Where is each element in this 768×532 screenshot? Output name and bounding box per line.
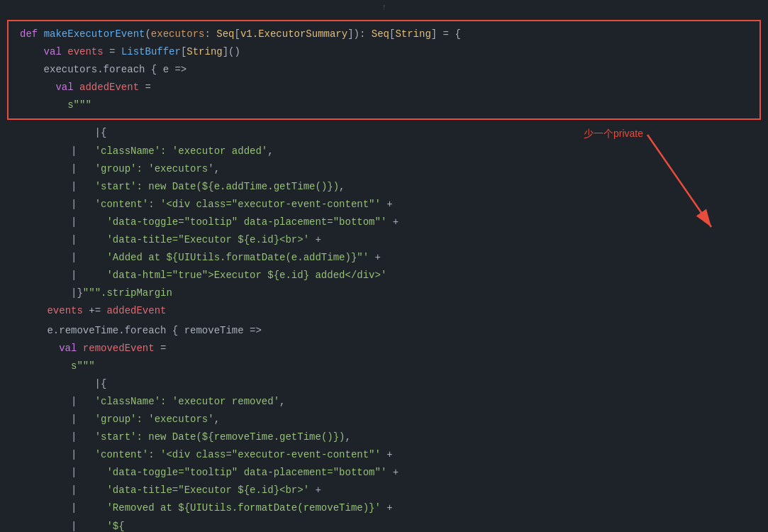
code-line: val addedEvent = — [9, 79, 759, 96]
code-line: | 'group': 'executors', — [0, 411, 768, 428]
red-arrow-icon — [640, 128, 725, 241]
svg-line-1 — [647, 135, 711, 227]
code-line: | '${ — [0, 518, 768, 532]
code-line: |{ — [0, 375, 768, 393]
code-line: | 'start': new Date(${removeTime.getTime… — [0, 428, 768, 446]
code-line: | 'Removed at ${UIUtils.formatDate(remov… — [0, 499, 768, 517]
code-line: | 'className': 'executor removed', — [0, 393, 768, 411]
code-line: | 'content': '<div class="executor-event… — [0, 446, 768, 464]
code-line: val events = ListBuffer[String]() — [9, 43, 759, 61]
code-line: | 'data-title="Executor ${e.id}<br>' + — [0, 482, 768, 499]
code-editor: ↑ def makeExecutorEvent(executors: Seq[v… — [0, 0, 768, 532]
code-line: s""" — [9, 96, 759, 114]
code-line: s""" — [0, 358, 768, 375]
highlighted-code-block: def makeExecutorEvent(executors: Seq[v1.… — [7, 20, 761, 120]
code-line: events += addedEvent — [0, 302, 768, 320]
code-line: val removedEvent = — [0, 340, 768, 358]
code-line: | 'data-html="true">Executor ${e.id} add… — [0, 267, 768, 284]
code-line: |}""".stripMargin — [0, 284, 768, 302]
annotation-group: 少一个private — [640, 128, 725, 241]
code-line: | 'data-toggle="tooltip" data-placement=… — [0, 464, 768, 482]
code-line: e.removeTime.foreach { removeTime => — [0, 322, 768, 340]
annotation-text: 少一个private — [584, 128, 643, 140]
code-line: def makeExecutorEvent(executors: Seq[v1.… — [9, 26, 759, 43]
code-line: | 'Added at ${UIUtils.formatDate(e.addTi… — [0, 249, 768, 267]
code-line: executors.foreach { e => — [9, 61, 759, 79]
scroll-indicator: ↑ — [0, 0, 768, 16]
